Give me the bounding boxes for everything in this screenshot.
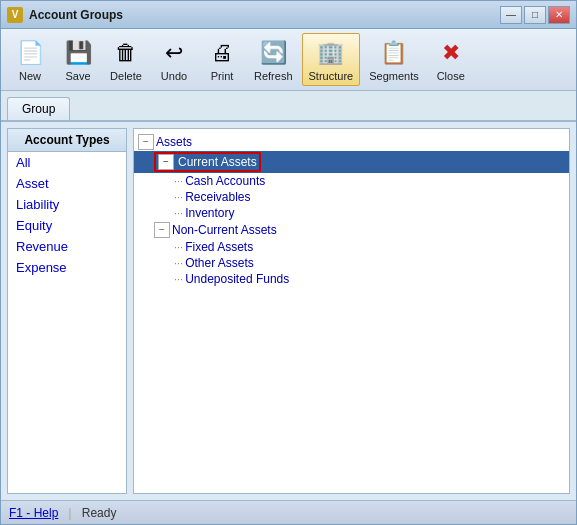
new-button[interactable]: 📄 New — [7, 33, 53, 86]
fixed-assets-label: Fixed Assets — [185, 240, 253, 254]
title-bar: V Account Groups — □ ✕ — [1, 1, 576, 29]
inventory-dots: ··· — [174, 207, 183, 219]
segments-button[interactable]: 📋 Segments — [362, 33, 426, 86]
undeposited-funds-dots: ··· — [174, 273, 183, 285]
current-assets-label: Current Assets — [178, 155, 257, 169]
print-label: Print — [211, 70, 234, 82]
new-label: New — [19, 70, 41, 82]
undo-icon: ↩ — [158, 37, 190, 69]
account-type-all[interactable]: All — [8, 152, 126, 173]
minimize-button[interactable]: — — [500, 6, 522, 24]
tree-node-assets[interactable]: − Assets — [134, 133, 569, 151]
close-button[interactable]: ✕ — [548, 6, 570, 24]
account-type-revenue[interactable]: Revenue — [8, 236, 126, 257]
left-panel: Account Types All Asset Liability Equity… — [7, 128, 127, 494]
save-button[interactable]: 💾 Save — [55, 33, 101, 86]
non-current-assets-expander[interactable]: − — [154, 222, 170, 238]
delete-label: Delete — [110, 70, 142, 82]
account-type-equity[interactable]: Equity — [8, 215, 126, 236]
print-icon: 🖨 — [206, 37, 238, 69]
other-assets-label: Other Assets — [185, 256, 254, 270]
close-tool-button[interactable]: ✖ Close — [428, 33, 474, 86]
status-divider: | — [68, 505, 71, 520]
tree-node-non-current-assets[interactable]: − Non-Current Assets — [134, 221, 569, 239]
receivables-label: Receivables — [185, 190, 250, 204]
new-icon: 📄 — [14, 37, 46, 69]
tree-node-current-assets[interactable]: − Current Assets — [134, 151, 569, 173]
status-bar: F1 - Help | Ready — [1, 500, 576, 524]
right-panel: − Assets − Current Assets ··· Cash Accou… — [133, 128, 570, 494]
tab-strip: Group — [1, 91, 576, 120]
undo-button[interactable]: ↩ Undo — [151, 33, 197, 86]
assets-expander[interactable]: − — [138, 134, 154, 150]
refresh-label: Refresh — [254, 70, 293, 82]
tree-node-undeposited-funds[interactable]: ··· Undeposited Funds — [134, 271, 569, 287]
app-icon: V — [7, 7, 23, 23]
close-tool-label: Close — [437, 70, 465, 82]
tree-node-cash-accounts[interactable]: ··· Cash Accounts — [134, 173, 569, 189]
print-button[interactable]: 🖨 Print — [199, 33, 245, 86]
account-type-asset[interactable]: Asset — [8, 173, 126, 194]
refresh-icon: 🔄 — [257, 37, 289, 69]
structure-button[interactable]: 🏢 Structure — [302, 33, 361, 86]
toolbar: 📄 New 💾 Save 🗑 Delete ↩ Undo 🖨 Print 🔄 R… — [1, 29, 576, 91]
tree-node-fixed-assets[interactable]: ··· Fixed Assets — [134, 239, 569, 255]
receivables-dots: ··· — [174, 191, 183, 203]
fixed-assets-dots: ··· — [174, 241, 183, 253]
main-content: Account Types All Asset Liability Equity… — [1, 120, 576, 500]
inventory-label: Inventory — [185, 206, 234, 220]
non-current-assets-label: Non-Current Assets — [172, 223, 277, 237]
cash-accounts-label: Cash Accounts — [185, 174, 265, 188]
current-assets-selected-box: − Current Assets — [154, 152, 261, 172]
structure-label: Structure — [309, 70, 354, 82]
other-assets-dots: ··· — [174, 257, 183, 269]
close-tool-icon: ✖ — [435, 37, 467, 69]
save-icon: 💾 — [62, 37, 94, 69]
refresh-button[interactable]: 🔄 Refresh — [247, 33, 300, 86]
window-controls: — □ ✕ — [500, 6, 570, 24]
save-label: Save — [65, 70, 90, 82]
status-ready: Ready — [82, 506, 117, 520]
help-link[interactable]: F1 - Help — [9, 506, 58, 520]
maximize-button[interactable]: □ — [524, 6, 546, 24]
current-assets-expander[interactable]: − — [158, 154, 174, 170]
delete-button[interactable]: 🗑 Delete — [103, 33, 149, 86]
cash-accounts-dots: ··· — [174, 175, 183, 187]
segments-label: Segments — [369, 70, 419, 82]
main-window: V Account Groups — □ ✕ 📄 New 💾 Save 🗑 De… — [0, 0, 577, 525]
account-type-liability[interactable]: Liability — [8, 194, 126, 215]
delete-icon: 🗑 — [110, 37, 142, 69]
tree-node-inventory[interactable]: ··· Inventory — [134, 205, 569, 221]
assets-label: Assets — [156, 135, 192, 149]
segments-icon: 📋 — [378, 37, 410, 69]
account-types-header: Account Types — [8, 129, 126, 152]
undeposited-funds-label: Undeposited Funds — [185, 272, 289, 286]
account-type-expense[interactable]: Expense — [8, 257, 126, 278]
window-title: Account Groups — [29, 8, 500, 22]
tree-node-receivables[interactable]: ··· Receivables — [134, 189, 569, 205]
tree-node-other-assets[interactable]: ··· Other Assets — [134, 255, 569, 271]
undo-label: Undo — [161, 70, 187, 82]
structure-icon: 🏢 — [315, 37, 347, 69]
tab-group[interactable]: Group — [7, 97, 70, 120]
